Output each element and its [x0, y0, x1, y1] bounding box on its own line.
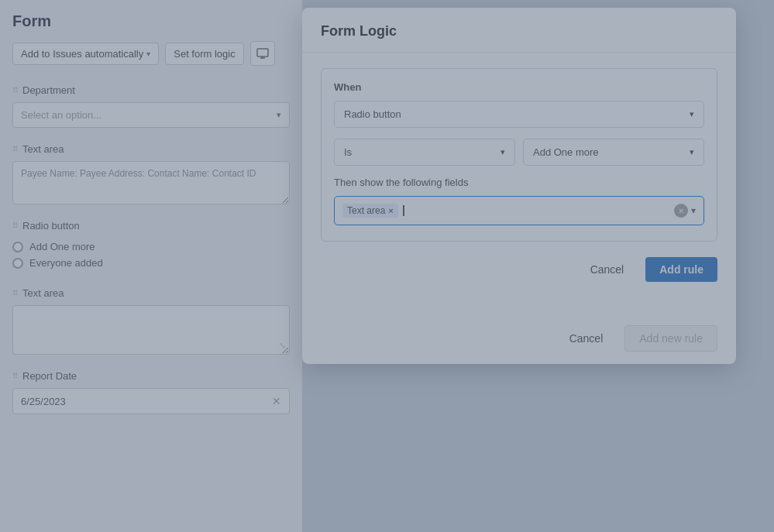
modal-backdrop	[0, 0, 774, 532]
